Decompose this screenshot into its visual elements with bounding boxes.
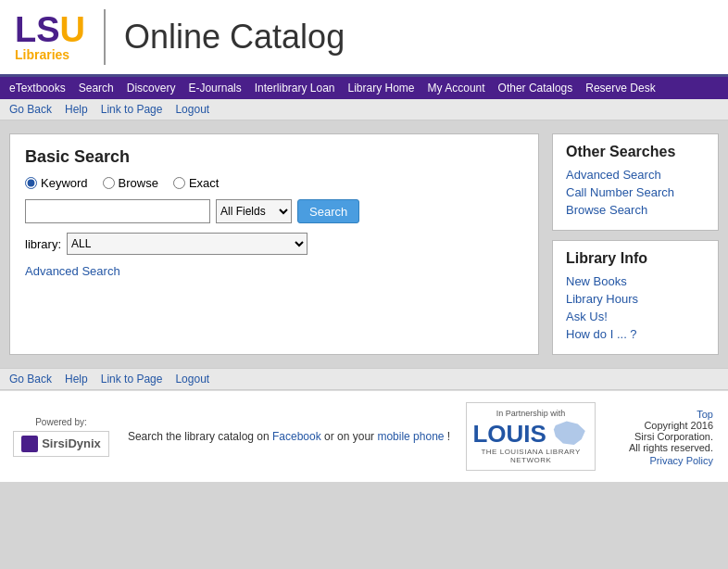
- library-select[interactable]: ALL Middleton Veterinary Hill Memorial C…: [67, 233, 308, 255]
- radio-exact[interactable]: Exact: [173, 176, 220, 190]
- louis-main-text: LOUIS: [472, 422, 546, 446]
- sub-nav-link-to-page[interactable]: Link to Page: [101, 103, 163, 116]
- radio-browse[interactable]: Browse: [103, 176, 158, 190]
- right-panel: Other Searches Advanced Search Call Numb…: [552, 133, 719, 355]
- site-title: Online Catalog: [124, 18, 345, 57]
- bottom-nav: Go Back Help Link to Page Logout: [0, 368, 728, 390]
- nav-reserve-desk[interactable]: Reserve Desk: [585, 82, 655, 95]
- radio-browse-label: Browse: [119, 176, 158, 190]
- link-new-books[interactable]: New Books: [566, 274, 705, 288]
- facebook-link[interactable]: Facebook: [272, 430, 321, 443]
- nav-search[interactable]: Search: [79, 82, 114, 95]
- link-call-number-search[interactable]: Call Number Search: [566, 185, 705, 199]
- lsu-logo-text: LSU: [15, 12, 85, 47]
- top-link[interactable]: Top: [611, 409, 713, 420]
- radio-keyword-input[interactable]: [25, 177, 37, 189]
- louisiana-map-icon: [552, 420, 589, 448]
- search-input[interactable]: [25, 199, 210, 223]
- bottom-nav-go-back[interactable]: Go Back: [9, 373, 52, 386]
- search-field-select[interactable]: All Fields Title Author Subject ISBN/ISS…: [216, 199, 292, 223]
- sub-nav: Go Back Help Link to Page Logout: [0, 99, 728, 120]
- logo-area: LSU Libraries: [15, 12, 85, 62]
- link-ask-us[interactable]: Ask Us!: [566, 310, 705, 323]
- footer-text-1: Search the library catalog on: [128, 430, 270, 443]
- sub-nav-help[interactable]: Help: [65, 103, 88, 116]
- louis-logo-box: In Partnership with LOUIS THE LOUISIANA …: [466, 402, 595, 471]
- library-row: library: ALL Middleton Veterinary Hill M…: [25, 233, 523, 255]
- library-label: library:: [25, 237, 61, 251]
- nav-discovery[interactable]: Discovery: [127, 82, 176, 95]
- bottom-nav-logout[interactable]: Logout: [175, 373, 209, 386]
- nav-etextbooks[interactable]: eTextbooks: [9, 82, 66, 95]
- search-panel-title: Basic Search: [25, 147, 523, 167]
- search-type-row: Keyword Browse Exact: [25, 176, 523, 190]
- sub-nav-go-back[interactable]: Go Back: [9, 103, 52, 116]
- mobile-link[interactable]: mobile phone: [377, 430, 444, 443]
- nav-interlibrary-loan[interactable]: Interlibrary Loan: [255, 82, 335, 95]
- main-content: Basic Search Keyword Browse Exact All Fi…: [0, 120, 728, 368]
- search-input-row: All Fields Title Author Subject ISBN/ISS…: [25, 199, 523, 223]
- footer-right: Top Copyright 2016 Sirsi Corporation. Al…: [611, 407, 713, 466]
- lsu-logo-block: LSU Libraries: [15, 12, 85, 62]
- sirsi-icon: [21, 436, 38, 452]
- nav-library-home[interactable]: Library Home: [348, 82, 415, 95]
- footer-text-2: or on your: [324, 430, 374, 443]
- louis-partnership-text: In Partnership with: [472, 409, 588, 418]
- link-how-do-i[interactable]: How do I ... ?: [566, 327, 705, 341]
- rights-text: All rights reserved.: [629, 442, 713, 453]
- nav-my-account[interactable]: My Account: [428, 82, 485, 95]
- radio-browse-input[interactable]: [103, 177, 115, 189]
- nav-other-catalogs[interactable]: Other Catalogs: [498, 82, 573, 95]
- main-nav: eTextbooks Search Discovery E-Journals I…: [0, 77, 728, 99]
- powered-by-block: Powered by: SirsiDynix: [15, 417, 107, 457]
- nav-ejournals[interactable]: E-Journals: [188, 82, 241, 95]
- privacy-policy-link[interactable]: Privacy Policy: [611, 455, 713, 466]
- link-browse-search[interactable]: Browse Search: [566, 203, 705, 217]
- link-library-hours[interactable]: Library Hours: [566, 292, 705, 306]
- sirsi-logo: SirsiDynix: [13, 431, 109, 457]
- sub-nav-logout[interactable]: Logout: [175, 103, 209, 116]
- other-searches-box: Other Searches Advanced Search Call Numb…: [552, 133, 719, 231]
- footer: Powered by: SirsiDynix Search the librar…: [0, 390, 728, 482]
- advanced-search-link[interactable]: Advanced Search: [25, 264, 120, 278]
- louis-logo: In Partnership with LOUIS THE LOUISIANA …: [471, 402, 591, 471]
- footer-text-3: !: [447, 430, 450, 443]
- page-header: LSU Libraries Online Catalog: [0, 0, 728, 77]
- search-panel: Basic Search Keyword Browse Exact All Fi…: [9, 133, 539, 355]
- bottom-nav-link-to-page[interactable]: Link to Page: [101, 373, 163, 386]
- bottom-nav-help[interactable]: Help: [65, 373, 88, 386]
- radio-keyword-label: Keyword: [41, 176, 88, 190]
- header-divider: [104, 9, 106, 65]
- library-info-box: Library Info New Books Library Hours Ask…: [552, 240, 719, 355]
- library-info-title: Library Info: [566, 250, 705, 267]
- company-text: Sirsi Corporation.: [634, 431, 713, 442]
- copyright-text: Copyright 2016: [644, 420, 713, 431]
- radio-keyword[interactable]: Keyword: [25, 176, 88, 190]
- louis-sub-text: THE LOUISIANA LIBRARY NETWORK: [472, 448, 588, 464]
- search-button[interactable]: Search: [297, 199, 359, 223]
- libraries-label: Libraries: [15, 47, 85, 62]
- radio-exact-label: Exact: [189, 176, 220, 190]
- powered-by-label: Powered by:: [35, 417, 87, 427]
- radio-exact-input[interactable]: [173, 177, 185, 189]
- footer-center: Search the library catalog on Facebook o…: [128, 430, 450, 443]
- link-advanced-search[interactable]: Advanced Search: [566, 168, 705, 182]
- other-searches-title: Other Searches: [566, 144, 705, 160]
- sirsi-label: SirsiDynix: [42, 436, 101, 450]
